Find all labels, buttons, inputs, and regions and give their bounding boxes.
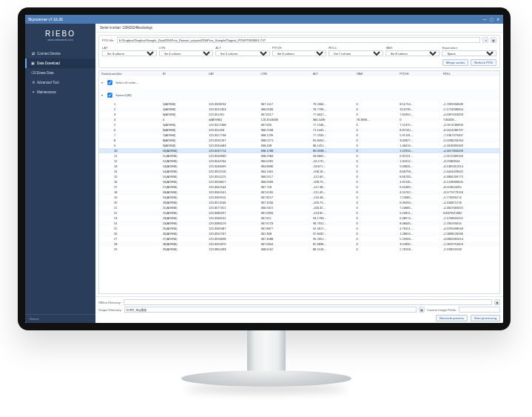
table-row[interactable]: 2121(AD9N0)120.3577311366.9321-100.32…07… [99, 205, 499, 210]
sidebar: RIEBO www.riebotech.com ⇄Connect Device▣… [25, 24, 95, 323]
table-row[interactable]: 1818(AD9N0)120.3565161367.6265-111.49…04… [99, 190, 499, 195]
monitor-frame: Skyscanner v7.16.26 — ▢ ✕ RIEBO www.rieb… [18, 7, 511, 330]
sidebar-item-label: Maintenance [37, 90, 56, 94]
sidebar-icon: ✦ [31, 90, 35, 94]
col-select[interactable]: Space [442, 50, 496, 56]
table-row[interactable]: 55(AD9N0)120.3521308367.84977.1536…07.51… [99, 122, 499, 127]
table-row[interactable]: 2727(AD9N0)120.3596098367.348899.2051…05… [99, 236, 499, 241]
table-row[interactable]: 11(AD9N0)120.3508194367.141779.5984…08.5… [99, 101, 499, 107]
merge-sorties-button[interactable]: Merge sorties [442, 59, 468, 66]
col-header: YAW [354, 71, 398, 76]
table-row[interactable]: 2828(AD9N0)120.3599379367.035487.6836…03… [99, 241, 499, 247]
offline-dir-label: Offline Directory: [98, 301, 121, 304]
pos-file-input[interactable] [117, 37, 480, 43]
col-select[interactable]: the 3 column [102, 50, 157, 56]
close-icon[interactable]: ✕ [496, 17, 500, 21]
caret-down-icon[interactable]: ▾ [101, 93, 105, 97]
output-dir-input[interactable] [124, 307, 417, 313]
sidebar-item-label: Advanced Tool [37, 81, 58, 84]
sortie-checkbox[interactable] [107, 93, 112, 98]
table-row[interactable]: 1919(AD9N0)120.3569915367.8157-116.48…07… [99, 195, 499, 200]
col-label: ROLL: [329, 46, 383, 50]
pos-file-label: POS file: [102, 39, 115, 42]
table-row[interactable]: 2626(AD9N0)120.3592767367.30897.8432…01.… [99, 231, 499, 236]
table-row[interactable]: 88(AD9N0)120.3531267368.527181.8454…03.0… [99, 138, 499, 143]
col-label: YAW: [385, 46, 440, 50]
col-select[interactable]: the 5 column [215, 50, 270, 56]
monitor-stand-neck [247, 330, 286, 375]
caret-down-icon[interactable]: ▾ [101, 81, 105, 84]
browse-icon[interactable]: ▦ [419, 307, 425, 313]
prefix-input[interactable] [459, 307, 500, 313]
pos-table: Sortie(count)/m:IDLATLONALTYAWPITCHROLL … [99, 71, 499, 252]
refresh-pos-button[interactable]: Refresh POS [471, 59, 496, 66]
pos-columns-row: LAT:the 3 columnLON:the 4 columnALT:the … [99, 44, 499, 58]
sidebar-item-label: Erase Data [37, 71, 54, 75]
table-row[interactable]: 1515(AD9N0)120.3555125366.9517-112.60…08… [99, 174, 499, 179]
table-row[interactable]: 99(AD9N0)120.3534483368.43886.1451…01.48… [99, 143, 499, 148]
col-header: PITCH [397, 71, 441, 76]
col-select[interactable]: the 4 column [159, 50, 214, 56]
maximize-icon[interactable]: ▢ [489, 17, 494, 21]
sidebar-item-connect-device[interactable]: ⇄Connect Device [25, 49, 95, 59]
col-select[interactable]: the 6 column [272, 50, 327, 56]
table-row[interactable]: 444(AD9N0)120.3518333366.543978.3390…07.… [99, 117, 499, 122]
table-row[interactable]: 2020(AD9N0)120.3574166367.3234-105.79…06… [99, 200, 499, 205]
col-select[interactable]: the 8 column [385, 50, 440, 56]
table-row[interactable]: 1212(AD9N0)120.3544764365.0281-95.170…01… [99, 159, 499, 164]
browse-icon[interactable]: ▦ [491, 37, 496, 43]
table-row[interactable]: 66(AD9N0)120.352453366.259871.1445…08.37… [99, 127, 499, 133]
table-row[interactable]: 1414(AD9N0)120.3551916364.1461-106.16…08… [99, 169, 499, 174]
col-label: PITCH: [272, 46, 327, 50]
sidebar-item-label: Data Download [37, 61, 60, 65]
monitor-stand-base [181, 370, 351, 387]
offline-dir-input[interactable] [124, 299, 492, 305]
pos-group: POS file: ✕ ▦ LAT:the 3 columnLON:the 4 … [98, 35, 500, 68]
generate-preview-button[interactable]: Generate preview [436, 315, 468, 321]
serial-label: Serial number: [100, 26, 121, 30]
minimize-icon[interactable]: — [482, 17, 487, 21]
col-header: Sortie(count)/m: [99, 71, 161, 76]
sidebar-item-maintenance[interactable]: ✦Maintenance [25, 87, 95, 97]
table-row[interactable]: 1111(AD9N0)120.3540960368.298493.8605…00… [99, 153, 499, 159]
sidebar-item-erase-data[interactable]: ⌫Erase Data [25, 68, 95, 78]
sidebar-icon: ▣ [31, 61, 35, 65]
brand-name: RIEBO [25, 30, 95, 38]
serial-value: D2M2024flexdwings [123, 26, 153, 30]
table-row[interactable]: 22(AD9N0)120.3511353366.016676.7706…010.… [99, 107, 499, 112]
table-row[interactable]: 2929(AD9N0)120.3602433368.616286.1516…02… [99, 247, 499, 252]
sidebar-item-advanced-tool[interactable]: ⚙Advanced Tool [25, 78, 95, 87]
serial-row: Serial number: D2M2024flexdwings [95, 24, 503, 33]
window-titlebar: Skyscanner v7.16.26 — ▢ ✕ [25, 15, 503, 24]
table-row[interactable]: 1717(AD9N0)120.3562544367.718-117.48…06.… [99, 184, 499, 190]
browse-icon[interactable]: ▦ [494, 299, 500, 305]
window-controls: — ▢ ✕ [482, 17, 500, 21]
start-processing-button[interactable]: Start processing [471, 315, 500, 321]
col-header: LAT [206, 71, 258, 76]
table-row[interactable]: 2222(AD9N0)120.3580297367.0326-113.32…09… [99, 210, 499, 216]
col-label: LON: [159, 46, 214, 50]
table-row[interactable]: 1616(AD9N0)120.3558027366.0969-100.79…04… [99, 179, 499, 184]
col-select[interactable]: the 7 column [329, 50, 383, 56]
table-row[interactable]: 2424(AD9N0)120.3586129367.672390.7312…08… [99, 221, 499, 226]
tree-child-label: Sorties1(88) [115, 93, 132, 97]
sidebar-item-data-download[interactable]: ▣Data Download [25, 59, 95, 68]
table-row[interactable]: 1313(AD9N0)120.3548499364.8836-93.671…09… [99, 164, 499, 169]
clear-icon[interactable]: ✕ [482, 37, 488, 43]
table-row[interactable]: 2323(AD9N0)120.3583131367.81193.1783…06.… [99, 216, 499, 221]
bottom-panel: Offline Directory: ▦ Output Directory: ▦… [95, 296, 503, 323]
table-row[interactable]: 33(AD9N0)120.351491367.051777.6022…07.85… [99, 112, 499, 117]
col-label: ALT: [215, 46, 270, 50]
table-row[interactable]: 1010(AD9N0)120.3537714368.128889.0938…01… [99, 148, 499, 153]
content-area: Serial number: D2M2024flexdwings POS fil… [95, 24, 503, 323]
col-header: ID [161, 71, 206, 76]
tree-root-label: Select all sortie… [115, 81, 138, 84]
sidebar-item-label: Connect Device [37, 52, 61, 56]
select-all-checkbox[interactable] [107, 80, 112, 85]
table-row[interactable]: 77(AD9N0)120.3527768368.120977.2535…05.9… [99, 133, 499, 138]
table-wrap[interactable]: Sortie(count)/m:IDLATLONALTYAWPITCHROLL … [98, 70, 500, 294]
col-label: Seperation: [442, 46, 496, 50]
sidebar-icon: ⌫ [31, 71, 35, 75]
brand-block: RIEBO www.riebotech.com [25, 24, 95, 43]
table-row[interactable]: 2525(AD9N0)120.3589487367.887792.4617…04… [99, 226, 499, 231]
